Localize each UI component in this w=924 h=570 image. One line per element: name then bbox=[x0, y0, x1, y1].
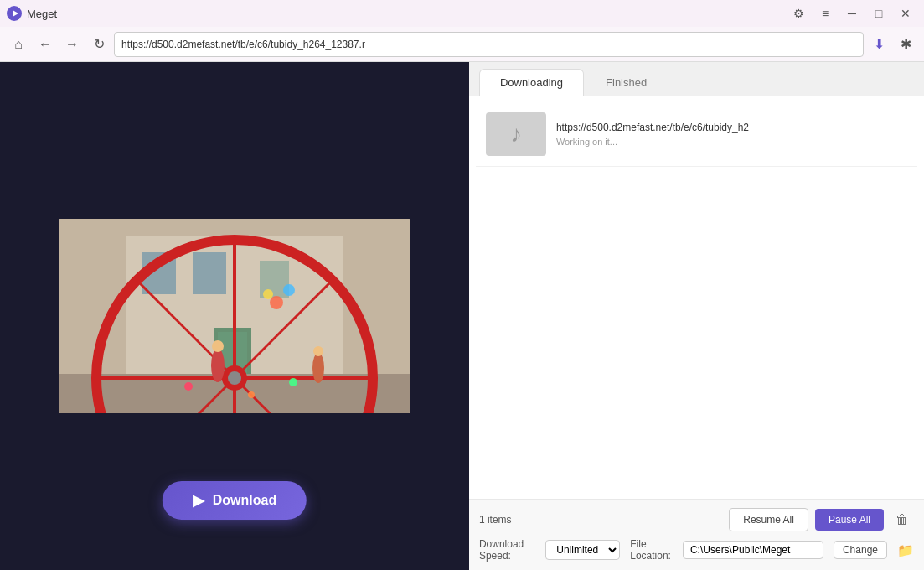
bottom-bar: 1 items Resume All Pause All 🗑 Download … bbox=[469, 499, 924, 570]
folder-button[interactable]: 📁 bbox=[897, 540, 914, 560]
download-button-label: Download bbox=[213, 493, 276, 508]
close-button[interactable]: ✕ bbox=[894, 4, 917, 23]
speed-select[interactable]: Unlimited bbox=[545, 540, 620, 560]
browser-panel: ▶ Download bbox=[0, 62, 469, 570]
title-bar: Meget ⚙ ≡ ─ □ ✕ bbox=[0, 0, 924, 27]
app-icon bbox=[7, 6, 22, 21]
back-button[interactable]: ← bbox=[34, 33, 57, 56]
settings-button[interactable]: ⚙ bbox=[787, 4, 810, 23]
main-content: ▶ Download Downloading Finished ♪ https:… bbox=[0, 62, 924, 570]
address-input[interactable] bbox=[114, 32, 864, 57]
svg-point-20 bbox=[313, 346, 323, 356]
tab-downloading[interactable]: Downloading bbox=[479, 69, 584, 96]
download-info: https://d500.d2mefast.net/tb/e/c6/tubidy… bbox=[556, 122, 907, 147]
download-button-icon: ▶ bbox=[193, 491, 204, 510]
pause-all-button[interactable]: Pause All bbox=[815, 509, 884, 531]
download-button[interactable]: ▶ Download bbox=[163, 481, 307, 520]
items-count: 1 items bbox=[479, 514, 512, 526]
file-location-label: File Location: bbox=[630, 538, 673, 562]
svg-point-25 bbox=[289, 378, 297, 386]
bottom-bar-row2: Download Speed: Unlimited File Location:… bbox=[479, 538, 914, 562]
change-location-button[interactable]: Change bbox=[834, 541, 887, 559]
bookmark-button[interactable]: ✱ bbox=[894, 33, 917, 56]
download-list: ♪ https://d500.d2mefast.net/tb/e/c6/tubi… bbox=[469, 96, 924, 499]
maximize-button[interactable]: □ bbox=[867, 4, 890, 23]
menu-button[interactable]: ≡ bbox=[813, 4, 837, 23]
svg-point-23 bbox=[263, 289, 273, 299]
tab-finished[interactable]: Finished bbox=[586, 69, 667, 96]
table-row: ♪ https://d500.d2mefast.net/tb/e/c6/tubi… bbox=[476, 102, 917, 167]
svg-point-21 bbox=[270, 296, 283, 309]
address-bar: ⌂ ← → ↻ ⬇ ✱ bbox=[0, 27, 924, 62]
svg-point-16 bbox=[228, 371, 241, 385]
address-download-button[interactable]: ⬇ bbox=[867, 33, 890, 56]
forward-button[interactable]: → bbox=[60, 33, 84, 56]
bottom-actions: Resume All Pause All 🗑 bbox=[729, 508, 914, 531]
resume-all-button[interactable]: Resume All bbox=[729, 508, 808, 531]
delete-button[interactable]: 🗑 bbox=[890, 508, 914, 531]
svg-point-22 bbox=[283, 284, 295, 296]
window-controls: ⚙ ≡ ─ □ ✕ bbox=[787, 4, 917, 23]
svg-point-24 bbox=[184, 382, 193, 391]
video-preview bbox=[59, 219, 410, 413]
download-speed-label: Download Speed: bbox=[479, 538, 535, 562]
svg-rect-5 bbox=[193, 252, 226, 294]
downloads-panel: Downloading Finished ♪ https://d500.d2me… bbox=[469, 62, 924, 570]
music-icon: ♪ bbox=[510, 121, 522, 148]
svg-point-17 bbox=[211, 349, 225, 382]
app-title: Meget bbox=[27, 8, 787, 20]
file-location-input[interactable] bbox=[683, 541, 823, 559]
svg-point-26 bbox=[248, 391, 255, 398]
download-url: https://d500.d2mefast.net/tb/e/c6/tubidy… bbox=[556, 122, 907, 133]
tabs-bar: Downloading Finished bbox=[469, 62, 924, 96]
refresh-button[interactable]: ↻ bbox=[87, 33, 111, 56]
download-thumbnail: ♪ bbox=[486, 112, 546, 156]
svg-point-19 bbox=[312, 353, 324, 383]
download-status: Working on it... bbox=[556, 137, 907, 147]
home-button[interactable]: ⌂ bbox=[7, 33, 30, 56]
bottom-bar-row1: 1 items Resume All Pause All 🗑 bbox=[479, 508, 914, 531]
svg-point-18 bbox=[212, 340, 224, 352]
minimize-button[interactable]: ─ bbox=[840, 4, 864, 23]
